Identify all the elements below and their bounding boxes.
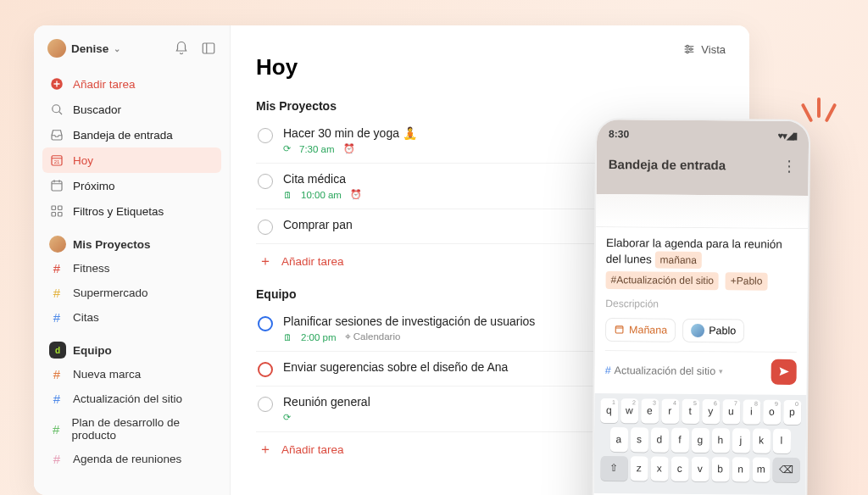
keyboard-key[interactable]: ⌫ <box>772 457 799 481</box>
keyboard-key[interactable]: g <box>691 427 709 452</box>
assignee-pill[interactable]: Pablo <box>682 318 744 342</box>
user-menu[interactable]: Denise ⌄ <box>47 39 120 58</box>
nav-label: Hoy <box>73 154 93 167</box>
keyboard-key[interactable]: k <box>752 428 770 453</box>
nav-add-task[interactable]: Añadir tarea <box>42 71 221 97</box>
team-avatar: d <box>49 342 66 359</box>
project-label: Plan de desarrollo de producto <box>72 416 215 442</box>
keyboard-key[interactable]: n <box>732 457 749 481</box>
hash-icon: # <box>49 286 64 300</box>
keyboard-key[interactable]: e3 <box>641 398 659 423</box>
keyboard-key[interactable]: p0 <box>783 399 801 424</box>
keyboard-key[interactable]: w2 <box>620 398 638 423</box>
svg-rect-12 <box>52 206 56 210</box>
nav-today[interactable]: 21 Hoy <box>42 147 221 173</box>
svg-rect-15 <box>58 213 63 217</box>
task-checkbox[interactable] <box>258 174 273 189</box>
project-label: Actualización del sitio <box>73 392 182 405</box>
chip-assignee[interactable]: +Pablo <box>726 273 768 291</box>
view-button[interactable]: Vista <box>682 42 726 56</box>
sheet-description[interactable]: Descripción <box>605 298 797 311</box>
task-time: 2:00 pm <box>301 332 337 342</box>
sidebar-project-item[interactable]: #Supermercado <box>42 281 221 305</box>
hash-icon: # <box>49 367 64 381</box>
assignee-avatar <box>691 323 704 336</box>
keyboard-key[interactable]: o9 <box>763 399 781 424</box>
keyboard-key[interactable]: f <box>670 427 688 452</box>
keyboard-key[interactable]: b <box>711 457 729 481</box>
keyboard[interactable]: q1w2e3r4t5y6u7i8o9p0asdfghjkl⇧zxcvbnm⌫ <box>593 393 806 495</box>
keyboard-key[interactable]: d <box>650 427 668 452</box>
svg-rect-14 <box>52 213 56 217</box>
panel-icon[interactable] <box>201 41 216 56</box>
kebab-icon[interactable]: ⋮ <box>782 161 797 170</box>
nav-label: Buscador <box>73 103 121 116</box>
keyboard-key[interactable]: q1 <box>600 398 618 423</box>
keyboard-key[interactable]: y6 <box>702 399 720 424</box>
project-selector[interactable]: # Actualización del sitio ▾ <box>605 364 724 377</box>
calendar-small-icon: 🗓 <box>283 190 292 200</box>
nav-filters[interactable]: Filtros y Etiquetas <box>42 198 221 224</box>
calendar-today-icon: 21 <box>49 153 64 168</box>
keyboard-key[interactable]: u7 <box>722 399 740 424</box>
plus-circle-icon <box>49 76 64 92</box>
nav-inbox[interactable]: Bandeja de entrada <box>42 122 221 147</box>
task-checkbox[interactable] <box>258 362 273 377</box>
svg-point-20 <box>690 48 693 51</box>
sidebar-project-item[interactable]: #Fitness <box>42 256 221 281</box>
send-button[interactable] <box>771 359 797 384</box>
keyboard-key[interactable]: x <box>650 456 668 481</box>
phone-mockup: 8:30 ♥▾◢▮ Bandeja de entrada ⋮ Elaborar … <box>592 118 811 495</box>
keyboard-key[interactable]: h <box>711 428 729 453</box>
sidebar-project-item[interactable]: #Plan de desarrollo de producto <box>42 411 221 447</box>
task-checkbox[interactable] <box>258 128 273 143</box>
status-icons: ♥▾◢▮ <box>778 130 798 142</box>
calendar-icon <box>614 324 625 335</box>
keyboard-key[interactable]: a <box>609 427 627 452</box>
date-pill[interactable]: Mañana <box>605 318 676 342</box>
sidebar-project-item[interactable]: #Nueva marca <box>42 362 221 387</box>
chip-date[interactable]: mañana <box>655 252 703 270</box>
task-checkbox[interactable] <box>258 316 273 331</box>
section-label: Equipo <box>73 344 112 357</box>
project-label: Nueva marca <box>73 368 141 381</box>
nav-search[interactable]: Buscador <box>42 97 221 122</box>
keyboard-key[interactable]: v <box>691 456 709 481</box>
keyboard-key[interactable]: r4 <box>661 398 679 423</box>
keyboard-key[interactable]: ⇧ <box>600 456 627 481</box>
keyboard-key[interactable]: t5 <box>682 398 699 423</box>
task-checkbox[interactable] <box>258 397 273 412</box>
section-team[interactable]: d Equipo <box>42 330 221 362</box>
plus-icon: ＋ <box>258 441 273 459</box>
sidebar-project-item[interactable]: #Citas <box>42 305 221 330</box>
view-label: Vista <box>701 43 726 56</box>
svg-rect-0 <box>203 43 214 53</box>
sheet-task-title[interactable]: Elaborar la agenda para la reunión del l… <box>605 236 798 294</box>
chip-project[interactable]: #Actualización del sitio <box>606 271 720 289</box>
keyboard-key[interactable]: i8 <box>743 399 760 424</box>
phone-status-bar: 8:30 ♥▾◢▮ Bandeja de entrada ⋮ <box>596 120 809 196</box>
keyboard-key[interactable]: z <box>630 456 648 481</box>
svg-text:21: 21 <box>54 159 60 164</box>
sidebar: Denise ⌄ Añadir tarea Buscador Bandeja d… <box>34 25 231 495</box>
keyboard-key[interactable]: l <box>772 428 790 453</box>
svg-rect-22 <box>615 326 623 333</box>
nav-upcoming[interactable]: Próximo <box>42 173 221 198</box>
nav-label: Añadir tarea <box>73 78 136 91</box>
keyboard-key[interactable]: s <box>630 427 648 452</box>
sliders-icon <box>682 42 696 56</box>
bell-icon[interactable] <box>174 41 189 56</box>
phone-background <box>596 194 808 228</box>
search-icon <box>49 102 64 117</box>
send-icon <box>777 365 790 378</box>
section-label: Mis Proyectos <box>73 238 151 251</box>
task-checkbox[interactable] <box>258 220 273 235</box>
sidebar-project-item[interactable]: #Actualización del sitio <box>42 387 221 411</box>
keyboard-key[interactable]: c <box>670 456 688 481</box>
section-my-projects[interactable]: Mis Proyectos <box>42 224 221 256</box>
recurring-icon: ⟳ <box>283 143 291 154</box>
keyboard-key[interactable]: m <box>752 457 770 481</box>
sidebar-project-item[interactable]: #Agenda de reuniones <box>42 447 221 471</box>
avatar <box>47 39 66 58</box>
keyboard-key[interactable]: j <box>732 428 749 453</box>
